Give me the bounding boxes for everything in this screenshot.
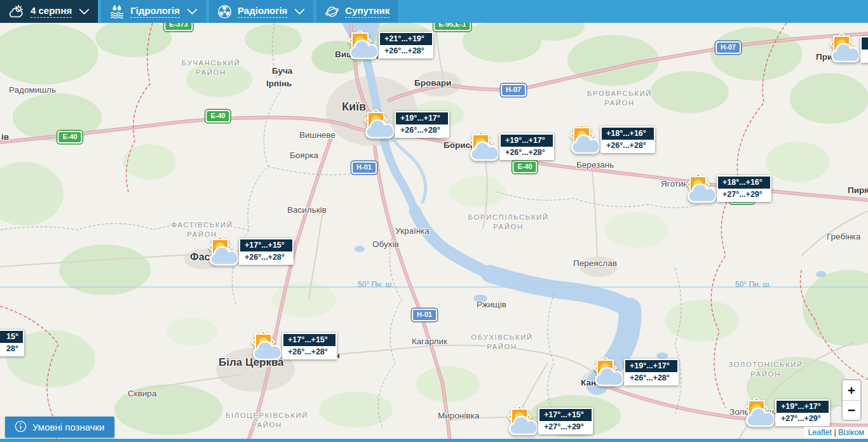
road-badge: Н-07 [501, 84, 526, 97]
temp-night-row: +17°...+15° [240, 239, 292, 251]
city-label: Сквира [128, 389, 156, 398]
sun-behind-cloud-icon[interactable] [346, 30, 381, 60]
latitude-label: 50° Пн. ш. [735, 280, 771, 289]
temperature-label[interactable]: +18°...+16°+26°...+28° [600, 126, 655, 153]
city-label: Вишневе [299, 130, 336, 140]
city-label: Боярка [290, 151, 318, 160]
temp-night-row: +17°...+15° [539, 409, 592, 421]
top-navigation: 4 серпня Гідрологія [0, 0, 868, 23]
chevron-down-icon [294, 8, 305, 15]
temp-night-row [862, 37, 868, 50]
city-label: Миронівка [438, 411, 479, 420]
weather-icon [8, 4, 25, 18]
temperature-label[interactable]: +18°...+16°+27°...+29° [717, 175, 771, 202]
sun-behind-cloud-icon[interactable] [742, 398, 778, 428]
zoom-in-button[interactable]: + [843, 380, 860, 400]
temp-night-row: 15° [0, 331, 23, 343]
city-label: Буча [272, 66, 292, 76]
hydrology-icon [109, 4, 125, 18]
district-label: БОРИСПІЛЬСЬКИЙРАЙОН [468, 213, 549, 232]
temp-day-row: +27°...+29° [539, 421, 592, 433]
attribution-separator: | [834, 428, 836, 437]
leaflet-link[interactable]: Leaflet [808, 428, 832, 437]
info-icon [15, 420, 27, 434]
district-label: ЗОЛОТОНІСЬКИЙРАЙОН [728, 360, 803, 379]
road-badge: Е-40 [205, 110, 230, 123]
tab-label: Радіологія [238, 6, 287, 18]
attribution: Leaflet | Візіком [804, 427, 868, 439]
sun-behind-cloud-icon[interactable] [249, 331, 285, 361]
city-label: Кагарлик [412, 337, 447, 346]
satellite-icon [325, 4, 339, 19]
temperature-label[interactable]: +19°...+17°+27°...+29° [775, 399, 830, 426]
legend-button[interactable]: Умовні позначки [5, 417, 114, 438]
legend-button-label: Умовні позначки [32, 422, 105, 432]
temp-day-row: 28° [0, 343, 23, 355]
district-label: БРОВАРСЬКИЙРАЙОН [587, 89, 652, 108]
sun-behind-cloud-icon[interactable] [505, 406, 541, 436]
city-label: Українка [395, 226, 430, 236]
temperature-label[interactable]: +19°...+17°+26°...+28° [395, 111, 449, 138]
map[interactable]: РадомишльБучаІрпіньВишгородКиївБровариВи… [0, 0, 868, 442]
road-badge: Н-01 [351, 161, 377, 174]
district-label: БІЛОЦЕРКІВСЬКИЙРАЙОН [226, 411, 308, 430]
temp-day-row: +26°...+28° [240, 251, 292, 264]
tab-satellite[interactable]: Супутник [316, 0, 398, 23]
temperature-label[interactable]: 15°28° [0, 330, 24, 356]
sun-behind-cloud-icon[interactable] [567, 124, 603, 155]
temp-day-row: +27°...+29° [718, 189, 770, 201]
radiology-icon [217, 4, 232, 19]
temp-day-row [862, 50, 868, 62]
temp-day-row: +26°...+28° [625, 372, 677, 384]
city-label: Переяслав [573, 258, 617, 268]
city-label: Радомишль [9, 85, 56, 95]
temperature-label[interactable]: +17°...+15°+26°...+28° [239, 238, 294, 265]
temperature-label[interactable] [860, 36, 868, 63]
district-label: ОБУХІВСЬКИЙРАЙОН [471, 333, 532, 352]
road-badge: Е-40 [512, 161, 537, 173]
temp-night-row: +18°...+16° [602, 128, 654, 140]
temperature-label[interactable]: +17°...+15°+26°...+28° [282, 333, 337, 359]
temperature-label[interactable]: +21°...+19°+26°...+28° [379, 32, 433, 58]
sun-behind-cloud-icon[interactable] [684, 173, 719, 204]
sun-behind-cloud-icon[interactable] [362, 109, 397, 140]
city-label: Березань [576, 160, 614, 170]
temp-night-row: +19°...+17° [396, 112, 448, 124]
temp-night-row: +18°...+16° [718, 177, 770, 189]
city-label: Гребінка [827, 232, 860, 241]
city-label: Бровари [414, 78, 451, 88]
city-label: ів [1, 132, 9, 142]
sun-behind-cloud-icon[interactable] [466, 131, 502, 162]
temp-night-row: +19°...+17° [625, 360, 677, 372]
city-label: Ірпінь [266, 79, 292, 88]
district-label: БУЧАНСЬКИЙРАЙОН [182, 58, 240, 77]
temp-day-row: +26°...+28° [602, 140, 654, 152]
temp-night-row: +19°...+17° [501, 135, 553, 147]
temperature-label[interactable]: +19°...+17°+26°...+28° [624, 359, 679, 385]
zoom-out-button[interactable]: − [843, 400, 860, 420]
temperature-label[interactable]: +17°...+15°+27°...+29° [538, 408, 593, 434]
map-labels-layer: РадомишльБучаІрпіньВишгородКиївБровариВи… [0, 0, 868, 442]
sun-behind-cloud-icon[interactable] [591, 357, 627, 387]
tab-radiology[interactable]: Радіологія [209, 0, 313, 23]
road-badge: Н-01 [412, 309, 437, 321]
temp-night-row: +19°...+17° [776, 401, 829, 413]
temperature-label[interactable]: +19°...+17°+26°...+28° [499, 133, 554, 160]
vendor-link[interactable]: Візіком [838, 428, 864, 437]
latitude-label: 50° Пн. ш. [358, 280, 393, 289]
road-badge: Е-40 [57, 131, 82, 144]
chevron-down-icon [187, 8, 198, 15]
tab-label: 4 серпня [31, 6, 72, 18]
temp-night-row: +17°...+15° [283, 334, 336, 346]
temp-night-row: +21°...+19° [380, 33, 432, 45]
sun-behind-cloud-icon[interactable] [827, 33, 863, 64]
temp-day-row: +26°...+28° [501, 147, 553, 159]
temp-day-row: +26°...+28° [380, 45, 432, 57]
tab-hydrology[interactable]: Гідрологія [101, 0, 206, 23]
city-label: Васильків [287, 205, 327, 215]
city-label: Пирятин [848, 185, 868, 195]
tab-forecast-date[interactable]: 4 серпня [0, 0, 98, 23]
zoom-control: + − [841, 379, 862, 421]
temp-day-row: +26°...+28° [396, 124, 448, 137]
sun-behind-cloud-icon[interactable] [206, 236, 241, 267]
